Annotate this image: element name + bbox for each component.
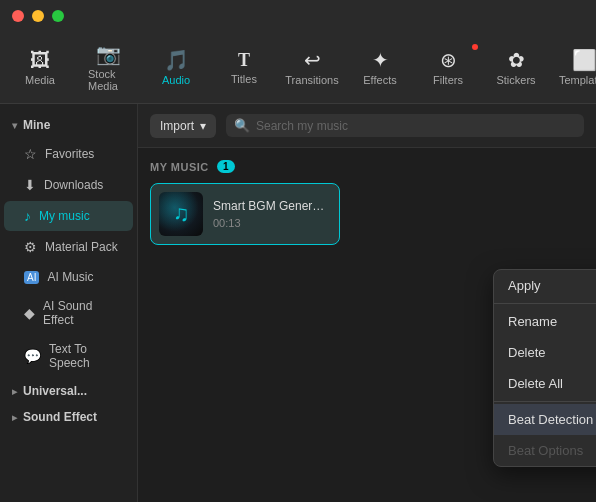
music-section: MY MUSIC 1 ♫ Smart BGM Generatio... 00:1… xyxy=(138,148,596,257)
search-box: 🔍 xyxy=(226,114,584,137)
sidebar-item-my-music[interactable]: ♪ My music xyxy=(4,201,133,231)
nav-item-stock-media[interactable]: 📷 Stock Media xyxy=(76,36,140,100)
ctx-delete-label: Delete xyxy=(508,345,546,360)
audio-icon: 🎵 xyxy=(164,50,189,70)
nav-item-transitions[interactable]: ↩ Transitions xyxy=(280,42,344,94)
content-area: Import ▾ 🔍 MY MUSIC 1 ♫ Smart BGM Genera… xyxy=(138,104,596,502)
ctx-beat-options: Beat Options xyxy=(494,435,596,466)
sidebar-item-favorites[interactable]: ☆ Favorites xyxy=(4,139,133,169)
music-note-icon: ♫ xyxy=(173,201,190,227)
music-thumbnail: ♫ xyxy=(159,192,203,236)
stickers-icon: ✿ xyxy=(508,50,525,70)
media-icon: 🖼 xyxy=(30,50,50,70)
sidebar-item-sound-effect[interactable]: ▸ Sound Effect xyxy=(0,404,137,430)
nav-label-stock-media: Stock Media xyxy=(88,68,128,92)
nav-label-audio: Audio xyxy=(162,74,190,86)
ai-icon: AI xyxy=(24,271,39,284)
ctx-beat-options-label: Beat Options xyxy=(508,443,583,458)
sidebar-item-ai-music[interactable]: AI AI Music xyxy=(4,263,133,291)
filters-icon: ⊛ xyxy=(440,50,457,70)
close-button[interactable] xyxy=(12,10,24,22)
import-label: Import xyxy=(160,119,194,133)
import-chevron-icon: ▾ xyxy=(200,119,206,133)
nav-item-media[interactable]: 🖼 Media xyxy=(8,42,72,94)
main-layout: ▾ Mine ☆ Favorites ⬇ Downloads ♪ My musi… xyxy=(0,104,596,502)
nav-item-titles[interactable]: T Titles xyxy=(212,43,276,93)
ctx-rename-label: Rename xyxy=(508,314,557,329)
nav-label-titles: Titles xyxy=(231,73,257,85)
sidebar-item-my-music-label: My music xyxy=(39,209,90,223)
music-title: Smart BGM Generatio... xyxy=(213,199,331,213)
tts-icon: 💬 xyxy=(24,348,41,364)
templates-icon: ⬜ xyxy=(572,50,597,70)
sidebar-item-ai-sound-effect[interactable]: ◆ AI Sound Effect xyxy=(4,292,133,334)
transitions-icon: ↩ xyxy=(304,50,321,70)
context-menu: Apply ⌥A Rename F2 Delete ⌫ Delete All B… xyxy=(493,269,596,467)
sidebar-item-tts-label: Text To Speech xyxy=(49,342,121,370)
effects-icon: ✦ xyxy=(372,50,389,70)
nav-item-filters[interactable]: ⊛ Filters xyxy=(416,42,480,94)
top-navigation: 🖼 Media 📷 Stock Media 🎵 Audio T Titles ↩… xyxy=(0,32,596,104)
nav-label-effects: Effects xyxy=(363,74,396,86)
star-icon: ☆ xyxy=(24,146,37,162)
sidebar-item-material-pack-label: Material Pack xyxy=(45,240,118,254)
ctx-apply[interactable]: Apply ⌥A xyxy=(494,270,596,301)
search-input[interactable] xyxy=(256,119,576,133)
nav-label-media: Media xyxy=(25,74,55,86)
nav-label-templates: Templates xyxy=(559,74,596,86)
sidebar-section-mine-label: Mine xyxy=(23,118,50,132)
music-duration: 00:13 xyxy=(213,217,331,229)
ctx-rename[interactable]: Rename F2 xyxy=(494,306,596,337)
gear-icon: ⚙ xyxy=(24,239,37,255)
chevron-right-icon-2: ▸ xyxy=(12,412,17,423)
ctx-apply-label: Apply xyxy=(508,278,541,293)
ctx-delete-all[interactable]: Delete All xyxy=(494,368,596,399)
ai-sound-icon: ◆ xyxy=(24,305,35,321)
content-toolbar: Import ▾ 🔍 xyxy=(138,104,596,148)
sidebar-item-ai-sound-label: AI Sound Effect xyxy=(43,299,121,327)
download-icon: ⬇ xyxy=(24,177,36,193)
search-icon: 🔍 xyxy=(234,118,250,133)
stock-media-icon: 📷 xyxy=(96,44,121,64)
chevron-right-icon: ▸ xyxy=(12,386,17,397)
count-badge: 1 xyxy=(217,160,235,173)
ctx-delete-all-label: Delete All xyxy=(508,376,563,391)
sidebar-item-ai-music-label: AI Music xyxy=(47,270,93,284)
music-card[interactable]: ♫ Smart BGM Generatio... 00:13 xyxy=(150,183,340,245)
nav-item-stickers[interactable]: ✿ Stickers xyxy=(484,42,548,94)
sidebar-item-favorites-label: Favorites xyxy=(45,147,94,161)
sidebar-item-downloads-label: Downloads xyxy=(44,178,103,192)
nav-item-effects[interactable]: ✦ Effects xyxy=(348,42,412,94)
section-title: MY MUSIC 1 xyxy=(150,160,584,173)
titles-icon: T xyxy=(238,51,250,69)
sidebar-item-universal[interactable]: ▸ Universal... xyxy=(0,378,137,404)
music-info: Smart BGM Generatio... 00:13 xyxy=(213,199,331,229)
sidebar-item-downloads[interactable]: ⬇ Downloads xyxy=(4,170,133,200)
ctx-divider-1 xyxy=(494,303,596,304)
nav-item-audio[interactable]: 🎵 Audio xyxy=(144,42,208,94)
music-icon: ♪ xyxy=(24,208,31,224)
sidebar-item-text-to-speech[interactable]: 💬 Text To Speech xyxy=(4,335,133,377)
nav-item-templates[interactable]: ⬜ Templates xyxy=(552,42,596,94)
sidebar: ▾ Mine ☆ Favorites ⬇ Downloads ♪ My musi… xyxy=(0,104,138,502)
sidebar-item-universal-label: Universal... xyxy=(23,384,87,398)
titlebar xyxy=(0,0,596,32)
import-button[interactable]: Import ▾ xyxy=(150,114,216,138)
filters-dot xyxy=(472,44,478,50)
ctx-delete[interactable]: Delete ⌫ xyxy=(494,337,596,368)
nav-label-transitions: Transitions xyxy=(285,74,338,86)
maximize-button[interactable] xyxy=(52,10,64,22)
section-label: MY MUSIC xyxy=(150,161,209,173)
nav-label-filters: Filters xyxy=(433,74,463,86)
minimize-button[interactable] xyxy=(32,10,44,22)
sidebar-item-sound-effect-label: Sound Effect xyxy=(23,410,97,424)
nav-label-stickers: Stickers xyxy=(496,74,535,86)
sidebar-section-mine[interactable]: ▾ Mine xyxy=(0,112,137,138)
ctx-beat-detection-label: Beat Detection xyxy=(508,412,593,427)
ctx-beat-detection[interactable]: Beat Detection xyxy=(494,404,596,435)
sidebar-item-material-pack[interactable]: ⚙ Material Pack xyxy=(4,232,133,262)
ctx-divider-2 xyxy=(494,401,596,402)
chevron-down-icon: ▾ xyxy=(12,120,17,131)
